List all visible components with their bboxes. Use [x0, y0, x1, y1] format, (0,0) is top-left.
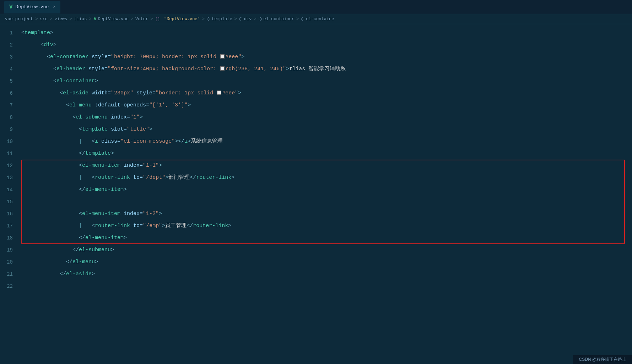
breadcrumb-sep-7: > — [202, 17, 205, 22]
highlight-region: 12 <el-menu-item index="1-1"> 13 | <rout… — [0, 160, 632, 244]
breadcrumb-curly: {} — [155, 17, 160, 22]
code-line-1: 1 <template> — [0, 27, 632, 39]
code-line-21: 21 </el-aside> — [0, 268, 632, 280]
code-line-17: 17 | <router-link to="/emp">员工管理</router… — [0, 220, 632, 232]
code-line-8: 8 <el-submenu index="1"> — [0, 111, 632, 123]
breadcrumb-div-icon: ⬡ — [239, 17, 243, 21]
code-line-20: 20 </el-menu> — [0, 256, 632, 268]
breadcrumb: vue-project > src > views > tlias > V De… — [0, 14, 632, 24]
code-line-3: 3 <el-container style="height: 700px; bo… — [0, 51, 632, 63]
breadcrumb-sep-9: > — [254, 17, 256, 22]
code-line-12: 12 <el-menu-item index="1-1"> — [0, 160, 632, 172]
editor-area: 1 <template> 2 <div> 3 <el-container sty… — [0, 24, 632, 364]
footer-text: CSDN @程序喵正在路上 — [579, 357, 626, 362]
code-line-13: 13 | <router-link to="/dept">部门管理</route… — [0, 172, 632, 184]
breadcrumb-sep-10: > — [296, 17, 299, 22]
code-line-15: 15 — [0, 196, 632, 208]
breadcrumb-div: div — [244, 17, 252, 22]
tab-filename: DeptView.vue — [16, 4, 49, 10]
breadcrumb-el-container-icon: ⬡ — [259, 17, 262, 21]
breadcrumb-views: views — [54, 17, 67, 22]
breadcrumb-sep-5: > — [131, 17, 133, 22]
breadcrumb-vue-project: vue-project — [5, 17, 33, 22]
code-line-4: 4 <el-header style="font-size:40px; back… — [0, 63, 632, 75]
tab-vue-icon: V — [9, 4, 13, 10]
breadcrumb-sep-4: > — [89, 17, 91, 22]
code-line-11: 11 </template> — [0, 148, 632, 160]
code-line-5: 5 <el-container> — [0, 75, 632, 87]
tab-close-button[interactable]: × — [53, 5, 55, 10]
title-bar: V DeptView.vue × — [0, 0, 632, 14]
breadcrumb-el-container: el-container — [264, 17, 294, 22]
breadcrumb-sep-1: > — [35, 17, 38, 22]
code-line-18: 18 </el-menu-item> — [0, 232, 632, 244]
breadcrumb-vue-icon: V — [94, 16, 97, 22]
breadcrumb-sep-8: > — [234, 17, 237, 22]
breadcrumb-deptview-str: "DeptView.vue" — [162, 17, 200, 22]
code-line-19: 19 </el-submenu> — [0, 244, 632, 256]
breadcrumb-template-icon: ⬡ — [207, 17, 210, 21]
code-line-2: 2 <div> — [0, 39, 632, 51]
breadcrumb-src: src — [40, 17, 48, 22]
breadcrumb-tlias: tlias — [74, 17, 87, 22]
code-line-10: 10 | <i class="el-icon-message"></i>系统信息… — [0, 136, 632, 148]
breadcrumb-el-container2: el-containe — [306, 17, 334, 22]
breadcrumb-sep-6: > — [150, 17, 153, 22]
code-line-22: 22 — [0, 280, 632, 292]
breadcrumb-sep-2: > — [50, 17, 52, 22]
code-line-9: 9 <template slot="title"> — [0, 123, 632, 136]
footer: CSDN @程序喵正在路上 — [573, 355, 632, 364]
breadcrumb-vuter: Vuter — [135, 17, 148, 22]
breadcrumb-sep-3: > — [69, 17, 72, 22]
code-line-16: 16 <el-menu-item index="1-2"> — [0, 208, 632, 220]
breadcrumb-template: template — [212, 17, 232, 22]
code-line-7: 7 <el-menu :default-openeds="['1', '3']"… — [0, 99, 632, 111]
breadcrumb-deptview: DeptView.vue — [98, 17, 128, 22]
code-line-14: 14 </el-menu-item> — [0, 184, 632, 196]
breadcrumb-el-container2-icon: ⬡ — [301, 17, 304, 21]
tab[interactable]: V DeptView.vue × — [4, 1, 60, 13]
code-line-6: 6 <el-aside width="230px" style="border:… — [0, 87, 632, 99]
